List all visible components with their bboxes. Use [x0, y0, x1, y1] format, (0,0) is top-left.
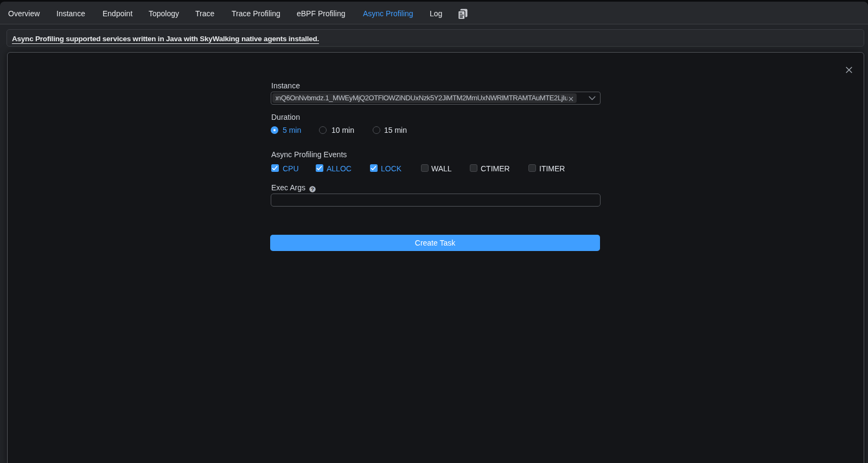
svg-text:?: ? — [311, 186, 314, 192]
